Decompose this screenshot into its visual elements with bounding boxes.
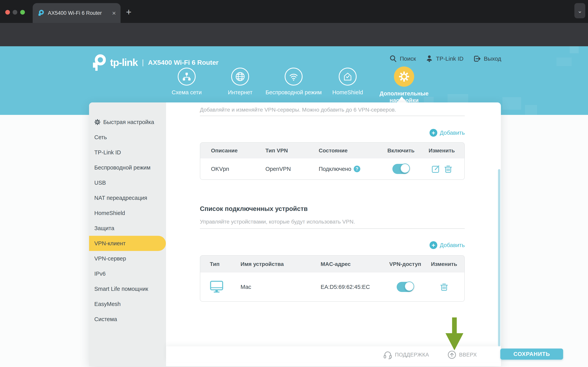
annotation-arrow-head xyxy=(445,333,463,350)
add-label: Добавить xyxy=(440,242,465,248)
sidebar-item-nat-forwarding[interactable]: NAT переадресация xyxy=(89,190,166,205)
toggle-knob xyxy=(404,282,414,291)
sidebar-item-label: VPN-клиент xyxy=(94,240,126,247)
screen: { "browser": { "tab": { "title": "AX5400… xyxy=(0,0,588,367)
sidebar-item-label: Smart Life помощник xyxy=(94,286,148,292)
sidebar-item-label: VPN-сервер xyxy=(94,255,126,262)
home-shield-icon xyxy=(339,68,357,85)
sidebar-item-homeshield[interactable]: HomeShield xyxy=(89,205,166,221)
decor-square xyxy=(570,46,579,53)
support-button[interactable]: ПОДДЕРЖКА xyxy=(383,350,429,359)
decor-square xyxy=(525,105,537,115)
panel-scrollbar[interactable] xyxy=(498,169,500,346)
gear-icon xyxy=(94,119,101,125)
sidebar-item-network[interactable]: Сеть xyxy=(89,130,166,145)
devices-description: Управляйте устройствами, которые будут и… xyxy=(200,219,355,225)
sidebar-item-quick-setup[interactable]: Быстрая настройка xyxy=(89,115,166,130)
window-zoom-button[interactable] xyxy=(20,10,25,15)
vpn-access-toggle[interactable] xyxy=(397,282,414,292)
add-vpn-server-button[interactable]: + Добавить xyxy=(429,129,465,137)
sidebar-item-vpn-server[interactable]: VPN-сервер xyxy=(89,251,166,266)
sidebar-item-label: Защита xyxy=(94,225,114,232)
sidebar-item-wireless[interactable]: Беспроводной режим xyxy=(89,160,166,175)
browser-tab[interactable]: AX5400 Wi-Fi 6 Router × xyxy=(33,3,121,23)
col-header-device-name: Имя устройства xyxy=(241,261,321,267)
col-header-vpn-type: Тип VPN xyxy=(265,148,319,154)
delete-icon[interactable] xyxy=(440,283,448,291)
table-header-row: Тип Имя устройства MAC-адрес VPN-доступ … xyxy=(200,256,464,273)
nav-item-internet[interactable]: Интернет xyxy=(209,68,271,96)
sidebar-item-label: NAT переадресация xyxy=(94,195,147,201)
decor-square xyxy=(556,58,572,66)
logout-icon xyxy=(473,55,481,63)
cell-vpn-type: OpenVPN xyxy=(265,166,319,172)
search-button[interactable]: Поиск xyxy=(389,53,416,64)
arrow-up-circle-icon xyxy=(447,350,456,359)
nav-item-wireless[interactable]: Беспроводной режим xyxy=(262,68,325,96)
table-row: Mac EA:D5:69:62:45:EC xyxy=(200,273,464,301)
active-nav-pointer xyxy=(397,96,407,103)
support-label: ПОДДЕРЖКА xyxy=(395,352,429,358)
logout-button[interactable]: Выход xyxy=(473,53,501,64)
nav-item-homeshield[interactable]: HomeShield xyxy=(317,68,379,96)
browser-toolbar: Not Secure tplinkwifi.net/webpages/index… xyxy=(0,23,588,46)
network-map-icon xyxy=(178,68,196,85)
sidebar-item-vpn-client[interactable]: VPN-клиент xyxy=(89,236,166,251)
table-row: OKVpn OpenVPN Подключено ? xyxy=(200,158,464,179)
help-icon[interactable]: ? xyxy=(354,166,360,172)
sidebar-item-label: HomeShield xyxy=(94,210,125,216)
person-icon xyxy=(425,55,433,63)
toggle-knob xyxy=(400,164,410,173)
plus-icon: + xyxy=(429,129,437,137)
save-button[interactable]: СОХРАНИТЬ xyxy=(500,349,563,360)
nav-label: Беспроводной режим xyxy=(262,89,325,96)
vpn-servers-table: Описание Тип VPN Состояние Включить Изме… xyxy=(200,142,465,180)
col-header-mac: MAC-адрес xyxy=(321,261,387,267)
sidebar-item-tplink-id[interactable]: TP-Link ID xyxy=(89,145,166,160)
sidebar-item-smart-life[interactable]: Smart Life помощник xyxy=(89,281,166,296)
cell-description: OKVpn xyxy=(211,166,265,172)
section-divider xyxy=(200,116,465,116)
brand-name: tp-link xyxy=(110,57,138,68)
gear-icon xyxy=(394,67,414,87)
tab-search-chevron-icon[interactable]: ⌄ xyxy=(574,3,585,18)
tab-title: AX5400 Wi-Fi 6 Router xyxy=(48,10,109,16)
add-label: Добавить xyxy=(440,130,465,136)
search-label: Поиск xyxy=(400,55,416,62)
scroll-top-button[interactable]: ВВЕРХ xyxy=(447,350,477,359)
col-header-status: Состояние xyxy=(319,148,383,154)
nav-label: Схема сети xyxy=(156,89,218,96)
window-minimize-button[interactable] xyxy=(13,10,17,15)
new-tab-button[interactable]: + xyxy=(126,7,131,17)
tab-close-icon[interactable]: × xyxy=(112,10,116,16)
col-header-modify: Изменить xyxy=(419,148,464,154)
edit-icon[interactable] xyxy=(431,165,440,173)
window-close-button[interactable] xyxy=(5,10,10,15)
browser-tabstrip: AX5400 Wi-Fi 6 Router × + ⌄ xyxy=(0,0,588,23)
settings-panel: Быстрая настройка Сеть TP-Link ID Беспро… xyxy=(89,102,501,366)
sidebar-item-system[interactable]: Система xyxy=(89,312,166,327)
sidebar-item-easymesh[interactable]: EasyMesh xyxy=(89,296,166,312)
sidebar-item-security[interactable]: Защита xyxy=(89,221,166,236)
sidebar-item-label: Сеть xyxy=(94,134,107,141)
col-header-modify: Изменить xyxy=(424,261,464,267)
brand-separator: | xyxy=(142,58,144,67)
vpn-enable-toggle[interactable] xyxy=(392,164,410,174)
nav-item-network-map[interactable]: Схема сети xyxy=(156,68,218,96)
add-device-button[interactable]: + Добавить xyxy=(429,241,465,249)
tplink-id-label: TP-Link ID xyxy=(436,55,463,62)
sidebar-item-label: IPv6 xyxy=(94,271,106,277)
devices-section-title: Список подключенных устройств xyxy=(200,205,308,212)
tplink-id-button[interactable]: TP-Link ID xyxy=(425,53,463,64)
headset-icon xyxy=(383,350,392,359)
sidebar-item-label: TP-Link ID xyxy=(94,149,121,156)
delete-icon[interactable] xyxy=(444,165,452,173)
table-header-row: Описание Тип VPN Состояние Включить Изме… xyxy=(200,143,464,158)
col-header-vpn-access: VPN-доступ xyxy=(387,261,424,267)
sidebar-item-label: USB xyxy=(94,180,106,186)
col-header-enable: Включить xyxy=(383,148,419,154)
globe-icon xyxy=(231,68,249,85)
tplink-logo-icon xyxy=(91,54,106,71)
sidebar-item-ipv6[interactable]: IPv6 xyxy=(89,266,166,281)
sidebar-item-usb[interactable]: USB xyxy=(89,175,166,190)
